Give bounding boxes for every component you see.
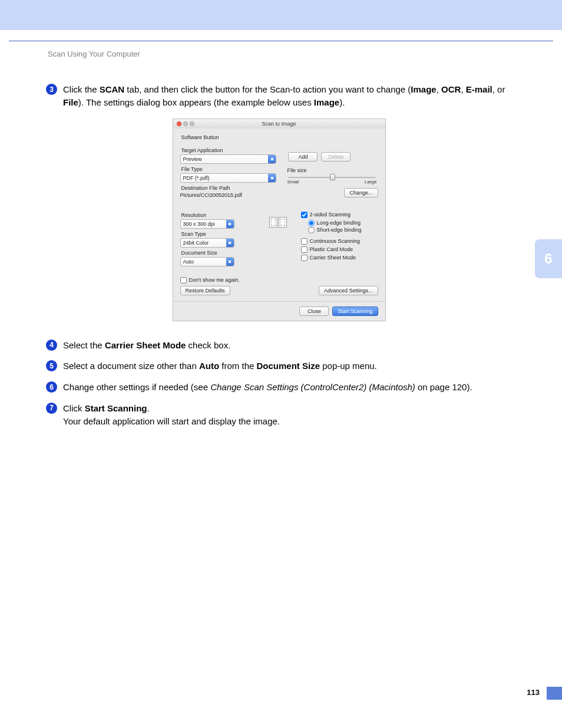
step-6: 6 Change other settings if needed (see C…	[46, 381, 512, 394]
file-size-slider[interactable]	[288, 177, 375, 178]
target-app-label: Target Application	[181, 147, 277, 153]
top-band	[0, 0, 562, 30]
plastic-card-checkbox[interactable]: Plastic Card Mode	[301, 246, 378, 253]
step-text-7: Click Start Scanning.Your default applic…	[63, 402, 512, 428]
scan-to-image-dialog: Scan to Image Software Button Target App…	[173, 118, 386, 321]
advanced-settings-button[interactable]: Advanced Settings...	[319, 286, 378, 295]
scan-type-label: Scan Type	[181, 231, 257, 237]
continuous-checkbox[interactable]: Continuous Scanning	[301, 238, 378, 245]
step-4: 4 Select the Carrier Sheet Mode check bo…	[46, 339, 512, 352]
long-edge-radio[interactable]: Long-edge binding	[308, 220, 378, 226]
step-text-5: Select a document size other than Auto f…	[63, 360, 512, 373]
dialog-body: Software Button Target Application Previ…	[173, 129, 385, 301]
step-3: 3 Click the SCAN tab, and then click the…	[46, 83, 512, 109]
close-button[interactable]: Close	[299, 307, 329, 316]
two-sided-checkbox[interactable]: 2-sided Scanning	[301, 212, 378, 218]
file-size-label: File size	[287, 167, 378, 173]
short-edge-radio[interactable]: Short-edge binding	[308, 227, 378, 233]
add-button[interactable]: Add	[288, 152, 318, 162]
chevron-down-icon	[268, 155, 276, 163]
portrait-icon[interactable]	[269, 217, 277, 228]
dialog-titlebar: Scan to Image	[173, 119, 385, 129]
chapter-tab: 6	[535, 239, 562, 278]
step-5: 5 Select a document size other than Auto…	[46, 360, 512, 373]
dont-show-checkbox[interactable]: Don't show me again.	[180, 277, 378, 284]
target-app-select[interactable]: Preview	[180, 154, 277, 164]
carrier-sheet-checkbox[interactable]: Carrier Sheet Mode	[301, 255, 378, 261]
doc-size-label: Document Size	[181, 250, 257, 256]
step-text-4: Select the Carrier Sheet Mode check box.	[63, 339, 512, 352]
chevron-down-icon	[226, 239, 234, 247]
landscape-icon[interactable]	[279, 217, 287, 228]
resolution-select[interactable]: 300 x 300 dpi	[180, 219, 234, 229]
file-type-label: File Type	[181, 166, 277, 172]
page-content: Scan Using Your Computer 3 Click the SCA…	[0, 41, 562, 427]
step-badge-6: 6	[46, 381, 57, 393]
page-header: Scan Using Your Computer	[48, 50, 512, 58]
start-scanning-button[interactable]: Start Scanning	[332, 307, 378, 316]
tab-label: Software Button	[181, 134, 378, 140]
dest-path-value: Pictures/CCI20052015.pdf	[180, 192, 243, 198]
step-badge-4: 4	[46, 340, 57, 351]
dialog-wrap: Scan to Image Software Button Target App…	[46, 118, 512, 321]
slider-knob[interactable]	[330, 174, 335, 180]
delete-button[interactable]: Delete	[321, 152, 351, 162]
dest-path-label: Destination File Path	[181, 185, 277, 191]
dialog-title: Scan to Image	[173, 121, 385, 127]
resolution-label: Resolution	[181, 212, 257, 218]
step-badge-5: 5	[46, 360, 57, 371]
step-7: 7 Click Start Scanning.Your default appl…	[46, 402, 512, 428]
file-type-select[interactable]: PDF (*.pdf)	[180, 173, 277, 183]
page-number: 113	[527, 688, 540, 697]
scan-type-select[interactable]: 24bit Color	[180, 238, 234, 248]
chevron-down-icon	[268, 174, 276, 182]
step-badge-7: 7	[46, 403, 57, 414]
step-badge-3: 3	[46, 84, 57, 95]
dialog-footer: Close Start Scanning	[173, 301, 385, 321]
doc-size-select[interactable]: Auto	[180, 257, 234, 266]
step-text-6: Change other settings if needed (see Cha…	[63, 381, 512, 394]
orientation-icons	[269, 217, 289, 228]
chevron-down-icon	[226, 220, 234, 228]
step-text-3: Click the SCAN tab, and then click the b…	[63, 83, 512, 109]
page-number-bar	[547, 687, 562, 700]
restore-defaults-button[interactable]: Restore Defaults	[180, 286, 230, 295]
chevron-down-icon	[226, 258, 234, 266]
change-button[interactable]: Change...	[344, 188, 378, 197]
